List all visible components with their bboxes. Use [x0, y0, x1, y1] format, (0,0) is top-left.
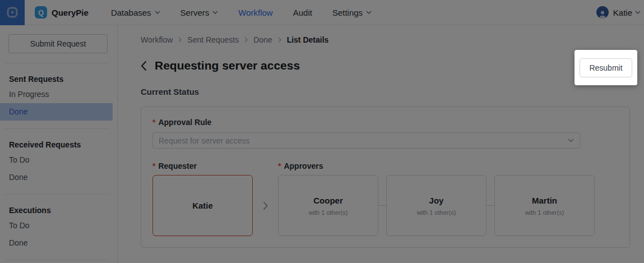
dim-overlay	[0, 0, 644, 263]
resubmit-button[interactable]: Resubmit	[580, 58, 632, 77]
resubmit-spotlight: Resubmit	[574, 50, 637, 85]
